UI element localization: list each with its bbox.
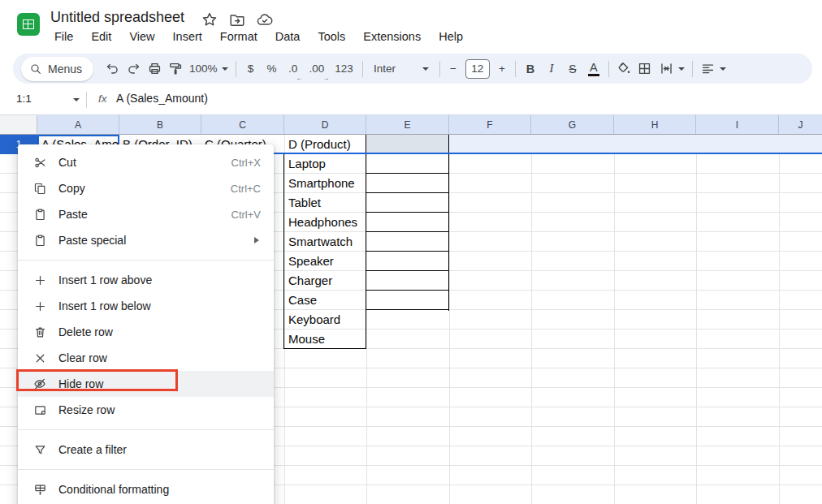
- cell-d9[interactable]: Case: [285, 291, 366, 310]
- row-context-menu: Cut Ctrl+X Copy Ctrl+C Paste Ctrl+V Past…: [18, 144, 274, 504]
- context-item-resize-row[interactable]: Resize row: [18, 397, 274, 423]
- move-to-folder-icon[interactable]: [228, 11, 246, 28]
- undo-button[interactable]: [102, 58, 123, 80]
- cell-h1[interactable]: [614, 135, 696, 154]
- context-item-clear-row[interactable]: Clear row: [18, 345, 274, 371]
- data-border: [283, 135, 284, 349]
- decrease-font-size-button[interactable]: −: [444, 58, 462, 80]
- font-family-select[interactable]: Inter: [367, 58, 435, 80]
- cell-d8[interactable]: Charger: [285, 271, 366, 291]
- column-header-h[interactable]: H: [614, 115, 696, 134]
- zoom-control[interactable]: 100%: [186, 58, 231, 80]
- print-button[interactable]: [144, 58, 165, 80]
- column-header-f[interactable]: F: [449, 115, 531, 134]
- paint-format-button[interactable]: [165, 58, 186, 80]
- chevron-down-icon: [422, 67, 429, 71]
- formula-input[interactable]: A (Sales_Amount): [116, 92, 208, 105]
- paste-special-icon: [33, 234, 47, 248]
- menu-edit[interactable]: Edit: [82, 28, 120, 49]
- context-item-delete-row[interactable]: Delete row: [18, 319, 274, 345]
- column-header-a[interactable]: A: [37, 115, 119, 134]
- menu-insert[interactable]: Insert: [164, 28, 211, 49]
- decrease-decimals-button[interactable]: .0←: [283, 58, 304, 80]
- chevron-down-icon: [222, 67, 228, 71]
- context-item-paste-special[interactable]: Paste special: [18, 227, 274, 253]
- cell-d6[interactable]: Smartwatch: [285, 232, 366, 252]
- google-sheets-app: Untitled spreadsheet File Edit View Inse…: [0, 0, 822, 504]
- column-header-b[interactable]: B: [119, 115, 201, 134]
- cell-d5[interactable]: Headphones: [285, 213, 366, 232]
- menu-format[interactable]: Format: [211, 28, 266, 49]
- cell-d1[interactable]: D (Product): [285, 135, 366, 154]
- context-item-insert-row-above[interactable]: Insert 1 row above: [18, 267, 274, 293]
- cell-d11[interactable]: Mouse: [285, 330, 366, 349]
- cell-d10[interactable]: Keyboard: [285, 310, 366, 330]
- context-item-conditional-formatting[interactable]: Conditional formatting: [18, 476, 274, 502]
- cell-d3[interactable]: Smartphone: [285, 174, 366, 193]
- toolbar: Menus 100% $ % .: [13, 54, 812, 84]
- fill-color-button[interactable]: [613, 58, 634, 80]
- cell-i1[interactable]: [696, 135, 779, 154]
- context-item-label: Cut: [58, 156, 231, 169]
- context-item-hide-row[interactable]: Hide row: [18, 371, 274, 397]
- cell-j1[interactable]: [779, 135, 822, 154]
- cell-g1[interactable]: [531, 135, 614, 154]
- menu-view[interactable]: View: [120, 28, 163, 49]
- context-item-insert-row-below[interactable]: Insert 1 row below: [18, 293, 274, 319]
- context-item-create-filter[interactable]: Create a filter: [18, 437, 274, 463]
- column-header-g[interactable]: G: [531, 115, 614, 134]
- increase-decimals-button[interactable]: .00→: [304, 58, 331, 80]
- cell-f1[interactable]: [449, 135, 531, 154]
- cell-d2[interactable]: Laptop: [285, 154, 366, 174]
- context-menu-divider: [18, 469, 274, 470]
- menu-file[interactable]: File: [45, 28, 82, 49]
- x-icon: [33, 351, 47, 365]
- column-header-c[interactable]: C: [201, 115, 284, 134]
- menu-extensions[interactable]: Extensions: [354, 28, 430, 49]
- print-icon: [147, 61, 162, 76]
- menus-search-button[interactable]: Menus: [21, 57, 93, 81]
- cloud-saved-icon[interactable]: [256, 11, 274, 28]
- context-item-paste[interactable]: Paste Ctrl+V: [18, 201, 274, 227]
- chevron-down-icon: [678, 67, 685, 71]
- column-header-j[interactable]: J: [779, 115, 822, 134]
- sheets-logo-icon[interactable]: [17, 13, 40, 36]
- star-icon[interactable]: [201, 11, 218, 28]
- name-box[interactable]: 1:1: [16, 93, 32, 105]
- column-header-e[interactable]: E: [366, 115, 449, 134]
- toolbar-divider: [515, 61, 516, 77]
- format-percent-button[interactable]: %: [262, 58, 283, 80]
- cell-d4[interactable]: Tablet: [285, 193, 366, 213]
- menu-tools[interactable]: Tools: [309, 28, 354, 49]
- gridline: [779, 135, 780, 504]
- increase-font-size-button[interactable]: +: [493, 58, 511, 80]
- context-item-label: Insert 1 row below: [58, 299, 274, 312]
- column-header-i[interactable]: I: [696, 115, 779, 134]
- bold-button[interactable]: B: [520, 58, 541, 80]
- borders-button[interactable]: [634, 58, 655, 80]
- formula-bar-divider: [86, 92, 87, 108]
- italic-button[interactable]: I: [541, 58, 562, 80]
- merge-cells-button[interactable]: [655, 58, 688, 80]
- chevron-down-icon[interactable]: [73, 98, 80, 101]
- horizontal-align-button[interactable]: [697, 58, 729, 80]
- document-title[interactable]: Untitled spreadsheet: [50, 9, 184, 26]
- strikethrough-button[interactable]: S: [562, 58, 583, 80]
- decrease-decimals-label: .0: [288, 62, 297, 75]
- font-size-input[interactable]: 12: [465, 59, 490, 79]
- format-currency-button[interactable]: $: [240, 58, 262, 80]
- context-item-label: Conditional formatting: [58, 483, 274, 496]
- cell-d7[interactable]: Speaker: [285, 252, 366, 271]
- menu-data[interactable]: Data: [266, 28, 309, 49]
- fill-color-icon: [616, 61, 632, 77]
- text-color-button[interactable]: A: [583, 58, 604, 80]
- column-header-d[interactable]: D: [284, 115, 366, 134]
- search-icon: [29, 62, 42, 75]
- more-formats-button[interactable]: 123: [330, 58, 358, 80]
- redo-button[interactable]: [123, 58, 144, 80]
- menu-help[interactable]: Help: [430, 28, 472, 49]
- context-item-copy[interactable]: Copy Ctrl+C: [18, 175, 274, 201]
- select-all-corner[interactable]: [0, 115, 37, 135]
- context-item-cut[interactable]: Cut Ctrl+X: [18, 149, 274, 175]
- context-item-label: Copy: [58, 182, 231, 195]
